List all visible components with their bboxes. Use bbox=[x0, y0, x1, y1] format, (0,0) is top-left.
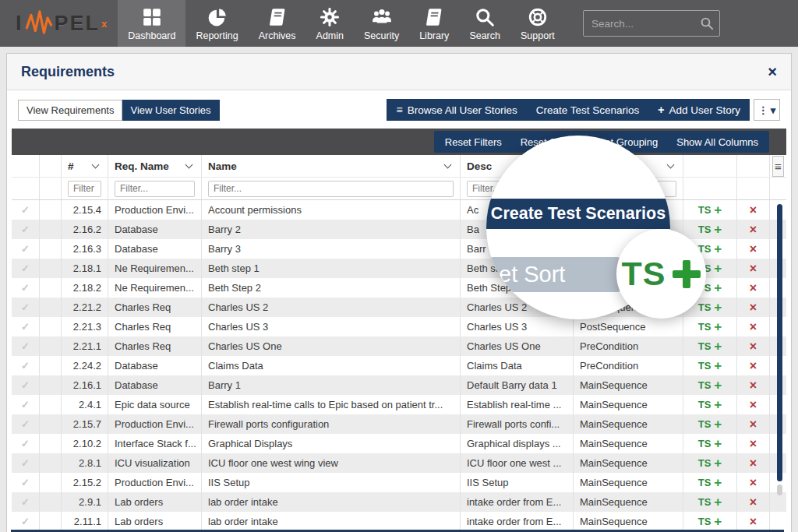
table-row[interactable]: ✓2.24.2DatabaseClaims DataClaims DataPre… bbox=[12, 356, 786, 375]
delete-icon[interactable]: × bbox=[750, 360, 757, 372]
row-req-name-cell: Database bbox=[108, 220, 202, 239]
row-end-cell bbox=[770, 512, 786, 531]
row-select-checkbox[interactable]: ✓ bbox=[12, 278, 40, 298]
filter-input-req-name[interactable] bbox=[115, 181, 195, 197]
column-header-name[interactable]: Name bbox=[202, 155, 461, 177]
row-select-checkbox[interactable]: ✓ bbox=[12, 434, 40, 453]
table-row[interactable]: ✓2.15.2Production Envi...IIS SetupIIS Se… bbox=[12, 473, 786, 492]
row-select-checkbox[interactable]: ✓ bbox=[12, 259, 40, 278]
delete-icon[interactable]: × bbox=[750, 340, 757, 353]
delete-icon[interactable]: × bbox=[750, 496, 757, 509]
delete-icon[interactable]: × bbox=[750, 243, 757, 255]
create-test-scenario-link[interactable]: TS+ bbox=[698, 496, 722, 509]
tab-view-user-stories[interactable]: View User Stories bbox=[122, 100, 219, 121]
close-icon[interactable]: × bbox=[768, 64, 777, 79]
nav-item-support[interactable]: Support bbox=[510, 0, 565, 47]
column-header-req-name[interactable]: Req. Name bbox=[108, 155, 202, 177]
table-row[interactable]: ✓2.4.1Epic data sourceEstablish real-tim… bbox=[12, 395, 786, 414]
row-gap-cell bbox=[40, 220, 62, 239]
create-test-scenario-link[interactable]: TS+ bbox=[698, 379, 722, 392]
table-row[interactable]: ✓2.15.4Production Envi...Account permiss… bbox=[12, 200, 786, 220]
create-test-scenario-link[interactable]: TS+ bbox=[698, 301, 722, 314]
row-select-checkbox[interactable]: ✓ bbox=[12, 220, 40, 239]
row-select-checkbox[interactable]: ✓ bbox=[12, 239, 40, 259]
table-row[interactable]: ✓2.11.1Lab orderslab order intakeintake … bbox=[12, 512, 786, 531]
row-select-checkbox[interactable]: ✓ bbox=[12, 414, 40, 434]
delete-icon[interactable]: × bbox=[750, 438, 757, 450]
row-select-checkbox[interactable]: ✓ bbox=[12, 473, 40, 492]
row-select-checkbox[interactable]: ✓ bbox=[12, 395, 40, 414]
table-row[interactable]: ✓2.21.1Charles ReqCharles US OneCharles … bbox=[12, 336, 786, 356]
create-test-scenarios-button[interactable]: Create Test Scenarios bbox=[536, 104, 640, 116]
row-name-cell: Beth Step 2 bbox=[202, 278, 461, 298]
create-test-scenario-link[interactable]: TS+ bbox=[698, 224, 722, 236]
row-select-checkbox[interactable]: ✓ bbox=[12, 317, 40, 336]
plus-icon: + bbox=[714, 476, 722, 489]
row-req-name-cell: Database bbox=[108, 375, 202, 395]
row-gap-cell bbox=[40, 434, 62, 453]
table-row[interactable]: ✓2.10.2Interface Stack f...Graphical Dis… bbox=[12, 434, 786, 453]
create-test-scenario-link[interactable]: TS+ bbox=[698, 399, 722, 411]
browse-all-user-stories-button[interactable]: ≡ Browse All User Stories bbox=[396, 104, 517, 116]
row-select-checkbox[interactable]: ✓ bbox=[12, 356, 40, 375]
create-test-scenario-link[interactable]: TS+ bbox=[698, 516, 722, 528]
logo-text-pel: PEL bbox=[55, 12, 101, 36]
table-row[interactable]: ✓2.15.7Production Envi...Firewall ports … bbox=[12, 414, 786, 434]
delete-icon[interactable]: × bbox=[750, 516, 757, 528]
search-icon[interactable] bbox=[700, 16, 714, 33]
filter-input-name[interactable] bbox=[208, 181, 454, 197]
vertical-scrollbar[interactable] bbox=[777, 204, 782, 481]
delete-icon[interactable]: × bbox=[750, 399, 757, 411]
create-test-scenario-link[interactable]: TS+ bbox=[698, 457, 722, 470]
add-user-story-button[interactable]: + Add User Story bbox=[658, 104, 740, 116]
create-test-scenario-link[interactable]: TS+ bbox=[698, 360, 722, 372]
delete-icon[interactable]: × bbox=[750, 457, 757, 470]
impel-logo[interactable]: I PEL x bbox=[0, 0, 118, 47]
delete-icon[interactable]: × bbox=[750, 282, 757, 294]
table-row[interactable]: ✓2.8.1ICU visualizationICU floor one wes… bbox=[12, 453, 786, 473]
row-select-checkbox[interactable]: ✓ bbox=[12, 375, 40, 395]
delete-icon[interactable]: × bbox=[750, 224, 757, 236]
action-bar: ≡ Browse All User Stories Create Test Sc… bbox=[387, 99, 750, 121]
show-all-columns-button[interactable]: Show All Columns bbox=[676, 136, 758, 148]
row-name-cell: ICU floor one west wing view bbox=[202, 453, 461, 473]
delete-icon[interactable]: × bbox=[750, 418, 757, 431]
row-delete-cell: × bbox=[737, 512, 770, 531]
delete-icon[interactable]: × bbox=[750, 301, 757, 314]
row-select-checkbox[interactable]: ✓ bbox=[12, 492, 40, 512]
delete-icon[interactable]: × bbox=[750, 379, 757, 392]
create-test-scenario-link[interactable]: TS+ bbox=[698, 204, 722, 217]
nav-item-library[interactable]: Library bbox=[409, 0, 459, 47]
table-row[interactable]: ✓2.16.1DatabaseBarry 1Default Barry data… bbox=[12, 375, 786, 395]
table-row[interactable]: ✓2.9.1Lab orderslab order intakeintake o… bbox=[12, 492, 786, 512]
nav-item-reporting[interactable]: Reporting bbox=[185, 0, 248, 47]
delete-icon[interactable]: × bbox=[750, 321, 757, 333]
delete-icon[interactable]: × bbox=[750, 262, 757, 275]
nav-item-admin[interactable]: Admin bbox=[306, 0, 354, 47]
create-test-scenario-link[interactable]: TS+ bbox=[698, 321, 722, 333]
nav-item-dashboard[interactable]: Dashboard bbox=[118, 0, 185, 47]
filter-input-number[interactable] bbox=[68, 181, 101, 197]
reset-filters-button[interactable]: Reset Filters bbox=[445, 136, 502, 148]
row-req-name-cell: Lab orders bbox=[108, 492, 202, 512]
more-options-button[interactable]: ⋮ ▾ bbox=[754, 99, 780, 121]
row-select-checkbox[interactable]: ✓ bbox=[12, 453, 40, 473]
row-select-checkbox[interactable]: ✓ bbox=[12, 200, 40, 220]
row-select-checkbox[interactable]: ✓ bbox=[12, 512, 40, 531]
row-select-checkbox[interactable]: ✓ bbox=[12, 298, 40, 317]
create-test-scenario-link[interactable]: TS+ bbox=[698, 340, 722, 353]
delete-icon[interactable]: × bbox=[750, 477, 757, 489]
create-test-scenario-link[interactable]: TS+ bbox=[698, 243, 722, 255]
nav-item-security[interactable]: Security bbox=[354, 0, 409, 47]
column-header-number[interactable]: # bbox=[62, 155, 108, 177]
table-row[interactable]: ✓2.21.3Charles ReqCharles US 3Charles US… bbox=[12, 317, 786, 336]
nav-item-archives[interactable]: Archives bbox=[249, 0, 306, 47]
delete-icon[interactable]: × bbox=[750, 204, 757, 217]
tab-view-requirements[interactable]: View Requirements bbox=[18, 100, 122, 121]
nav-item-search[interactable]: Search bbox=[459, 0, 510, 47]
row-select-checkbox[interactable]: ✓ bbox=[12, 336, 40, 356]
create-test-scenario-link[interactable]: TS+ bbox=[698, 418, 722, 431]
create-test-scenario-link[interactable]: TS+ bbox=[698, 477, 722, 489]
create-test-scenario-link[interactable]: TS+ bbox=[698, 438, 722, 450]
column-menu-icon[interactable]: ≡ bbox=[772, 156, 784, 177]
